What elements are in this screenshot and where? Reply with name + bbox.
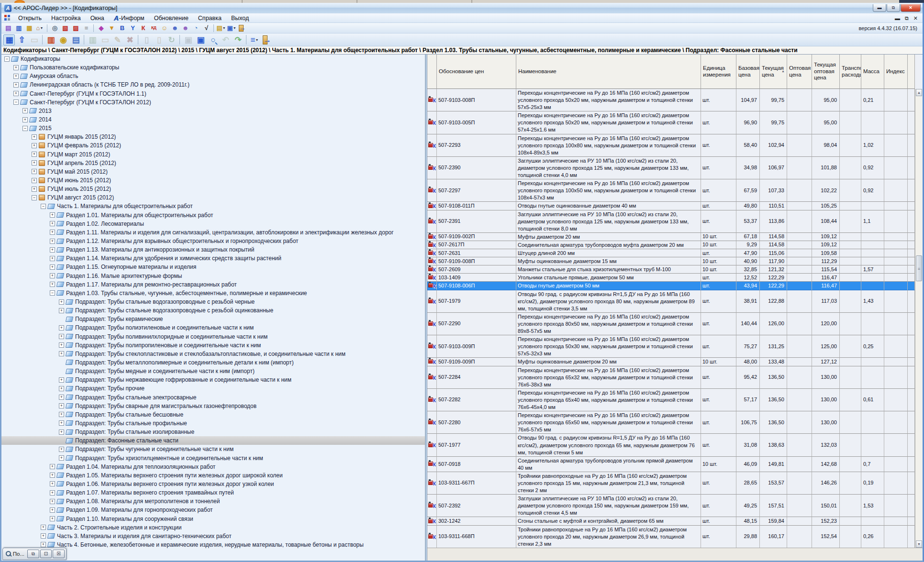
table-row[interactable]: К507-1979Отводы 90 град. с радиусом крив…: [427, 290, 915, 313]
level-up-icon[interactable]: ⇧: [16, 34, 27, 45]
tree-item[interactable]: +Подраздел: Трубы стальные профильные: [1, 419, 425, 428]
quick-search-icon[interactable]: ◉: [57, 34, 69, 45]
panels-icon[interactable]: ▤▼: [216, 24, 226, 33]
sort-order-icon[interactable]: ≡▼: [249, 34, 260, 45]
tree-item[interactable]: −Раздел 1.03. Трубы стальные, чугунные, …: [1, 289, 425, 298]
sqrt-icon[interactable]: √: [201, 24, 211, 33]
tree-item[interactable]: −Санкт-Петербург (ГУЦМ к ГОСЭТАЛОН 2012): [1, 98, 425, 107]
table-row[interactable]: К507-2297Переходы концентрические на Ру …: [427, 179, 915, 202]
expand-icon[interactable]: +: [13, 91, 19, 96]
system-menu-icon[interactable]: [4, 15, 11, 21]
column-header-opt[interactable]: Оптовая цена: [787, 55, 812, 89]
tree-item[interactable]: +Раздел 1.12. Материалы для взрывных общ…: [1, 237, 425, 245]
expand-icon[interactable]: +: [50, 282, 55, 287]
table-row[interactable]: К103-9311-667ПТройники равнопроходные на…: [427, 472, 915, 495]
tree-item[interactable]: +Раздел 1.11. Материалы и изделия для си…: [1, 228, 425, 237]
expand-icon[interactable]: +: [22, 108, 28, 113]
column-header-base[interactable]: Базовая цена: [736, 55, 760, 89]
table-row[interactable]: К507-2609Манжеты стальные для стыка хриз…: [427, 265, 915, 274]
import-k-icon[interactable]: К: [138, 24, 148, 33]
tree-item[interactable]: +ГУЦМ апрель 2015 (2012): [1, 159, 425, 167]
tree-item[interactable]: +Подраздел: Трубы стальные водогазопрово…: [1, 306, 425, 315]
expand-icon[interactable]: +: [13, 74, 19, 79]
tree-item[interactable]: +Раздел 1.13. Материалы для антикоррозио…: [1, 245, 425, 254]
expand-icon[interactable]: +: [59, 412, 64, 417]
table-row[interactable]: К507-9109-002ПМуфты диаметром 20 мм10 шт…: [427, 233, 915, 241]
close-button[interactable]: ✕: [901, 4, 921, 12]
tree-item[interactable]: +Пользовательские кодификаторы: [1, 63, 425, 72]
expand-icon[interactable]: +: [59, 377, 64, 383]
tree-item[interactable]: +Раздел 1.15. Огнеупорные материалы и из…: [1, 263, 425, 271]
tree-item[interactable]: +Подраздел: Трубы сварные для магистраль…: [1, 402, 425, 410]
tree-item[interactable]: +Часть 2. Строительные изделия и констру…: [1, 523, 425, 532]
catalogs-icon[interactable]: ▥: [45, 34, 56, 45]
expand-icon[interactable]: +: [50, 212, 55, 218]
doc-v-icon[interactable]: В: [117, 24, 127, 33]
expand-icon[interactable]: +: [50, 221, 55, 226]
table-row[interactable]: К507-2293Переходы концентрические на Ру …: [427, 134, 915, 157]
tree-item[interactable]: −Кодификаторы: [1, 55, 425, 63]
table-row[interactable]: К103-1409Угольники стальные прямые, диам…: [427, 274, 915, 282]
open-folder-icon[interactable]: ▭: [28, 34, 40, 45]
table-row[interactable]: К507-9109-008ПМуфты оцинкованные диаметр…: [427, 257, 915, 265]
tree-item[interactable]: +ГУЦМ май 2015 (2012): [1, 167, 425, 176]
table-row[interactable]: К507-9103-009ППереходы концентрические н…: [427, 335, 915, 358]
menu-item-3[interactable]: Окна: [86, 13, 109, 23]
import-kd-icon[interactable]: КД: [149, 24, 158, 33]
search-box-button[interactable]: ⊡: [40, 550, 52, 558]
table-row[interactable]: К507-2280Переходы концентрические на Ру …: [427, 411, 915, 434]
tree-item[interactable]: Подраздел: Трубы керамические: [1, 315, 425, 323]
expand-icon[interactable]: +: [59, 342, 64, 348]
column-header-code[interactable]: Обоснование цен: [437, 55, 516, 89]
search-mini-window[interactable]: По... ⧉ ⊡ ☒: [2, 548, 67, 560]
tree-item[interactable]: +Подраздел: Трубы стальные электросварны…: [1, 393, 425, 401]
paste-icon[interactable]: ▯: [153, 34, 165, 45]
expand-icon[interactable]: +: [32, 134, 37, 140]
save-as-icon[interactable]: ▣: [195, 34, 206, 45]
expand-icon[interactable]: +: [50, 464, 55, 469]
expand-icon[interactable]: +: [59, 386, 64, 391]
save-icon[interactable]: ▣: [182, 34, 194, 45]
expand-icon[interactable]: +: [50, 230, 55, 235]
menu-item-5[interactable]: Обновление: [149, 13, 193, 23]
expand-icon[interactable]: +: [50, 239, 55, 244]
column-header-mass[interactable]: Масса: [861, 55, 884, 89]
tree-item[interactable]: −2015: [1, 124, 425, 132]
expand-icon[interactable]: +: [59, 308, 64, 313]
tree-item[interactable]: +Раздел 1.14. Материалы для удобрения и …: [1, 254, 425, 263]
expand-icon[interactable]: +: [50, 473, 55, 478]
tree-item[interactable]: +Раздел 1.16. Малые архитектурные формы: [1, 272, 425, 280]
scroll-down-arrow-icon[interactable]: ▼: [916, 540, 922, 548]
scroll-up-arrow-icon[interactable]: ▲: [916, 89, 922, 96]
collapse-icon[interactable]: −: [13, 99, 19, 105]
tree-item[interactable]: +Подраздел: Трубы чугунные и соединитель…: [1, 445, 425, 453]
codifiers-icon[interactable]: ▨: [71, 24, 80, 33]
table-row[interactable]: К507-2631Штуцер длиной 200 ммшт.47,90115…: [427, 249, 915, 257]
machines-icon[interactable]: ◎: [50, 24, 59, 33]
expand-icon[interactable]: +: [50, 264, 55, 270]
expand-icon[interactable]: +: [59, 325, 64, 331]
archive-icon[interactable]: ≡: [81, 24, 91, 33]
tree-item[interactable]: +Подраздел: Трубы нержавеющие гофрирован…: [1, 375, 425, 384]
column-header-curopt[interactable]: Текущая оптовая цена: [812, 55, 840, 89]
expand-icon[interactable]: +: [59, 455, 64, 461]
tree-item[interactable]: +Раздел 1.05. Материалы верхнего строени…: [1, 471, 425, 480]
tree-item[interactable]: −Часть 1. Материалы для общестроительных…: [1, 202, 425, 210]
tree-item[interactable]: +Раздел 1.02. Лесоматериалы: [1, 220, 425, 228]
tree-item[interactable]: +Раздел 1.09. Материалы для горнопроходч…: [1, 506, 425, 514]
collapse-icon[interactable]: −: [22, 126, 28, 131]
table-row[interactable]: К103-9311-668ПТройники равнопроходные на…: [427, 526, 915, 548]
expand-icon[interactable]: +: [13, 65, 19, 70]
collapse-icon[interactable]: −: [50, 290, 55, 296]
refresh-icon[interactable]: ↻: [166, 34, 177, 45]
tree-item[interactable]: +Раздел 1.06. Материалы верхнего строени…: [1, 480, 425, 488]
tree-item[interactable]: +Раздел 1.01. Материалы для общестроител…: [1, 211, 425, 220]
exit-door-icon[interactable]: →: [261, 34, 273, 45]
tree-item[interactable]: +Подраздел: Трубы прочие: [1, 384, 425, 393]
copy-icon[interactable]: ▯: [141, 34, 152, 45]
search-restore-button[interactable]: ⧉: [27, 550, 39, 558]
restore-button[interactable]: ⧉: [887, 4, 900, 12]
worker-icon[interactable]: ☺: [159, 24, 169, 33]
tree-item[interactable]: +Подраздел: Трубы поливинилхлоридные и с…: [1, 332, 425, 341]
expand-icon[interactable]: +: [59, 334, 64, 339]
